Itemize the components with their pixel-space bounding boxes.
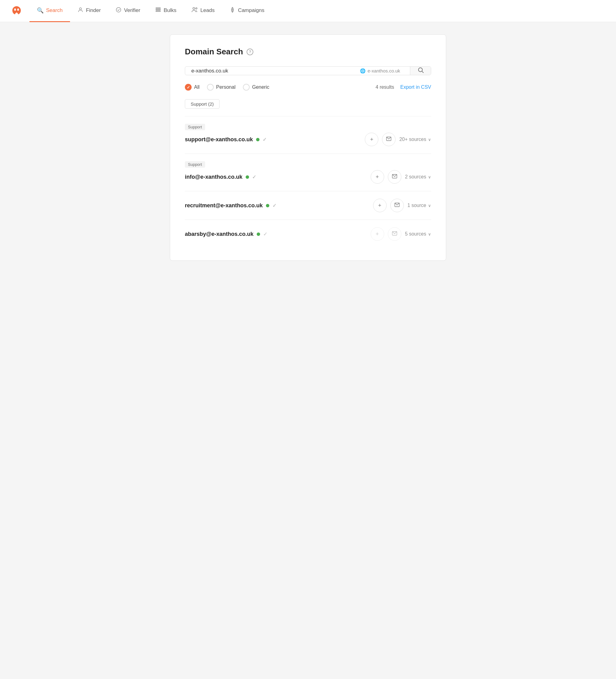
domain-badge: 🌐 e-xanthos.co.uk xyxy=(360,68,404,74)
filters-row: All Personal Generic 4 results Export in… xyxy=(185,84,431,91)
nav-label-finder: Finder xyxy=(86,7,101,13)
add-to-leads-button-3[interactable]: + xyxy=(373,199,387,212)
mail-icon-3 xyxy=(394,202,400,209)
search-bar: 🌐 e-xanthos.co.uk xyxy=(185,66,431,75)
search-nav-icon: 🔍 xyxy=(37,7,43,14)
main-content: Domain Search ? 🌐 e-xanthos.co.uk xyxy=(145,22,471,273)
plus-icon-2: + xyxy=(376,174,379,180)
card-title-row: Domain Search ? xyxy=(185,47,431,57)
email-row-main-4: abarsby@e-xanthos.co.uk ✓ + xyxy=(185,227,431,241)
svg-rect-7 xyxy=(156,11,160,11)
nav-item-bulks[interactable]: Bulks xyxy=(148,0,184,22)
sources-label-4: 5 sources xyxy=(405,231,426,237)
campaigns-icon xyxy=(229,7,235,14)
table-row: Support info@e-xanthos.co.uk ✓ + xyxy=(185,154,431,191)
nav-item-leads[interactable]: Leads xyxy=(184,0,222,22)
send-email-button-2[interactable] xyxy=(388,170,401,184)
svg-point-8 xyxy=(193,7,195,9)
domain-search-card: Domain Search ? 🌐 e-xanthos.co.uk xyxy=(170,34,446,261)
nav-label-leads: Leads xyxy=(200,7,215,13)
nav-item-verifier[interactable]: Verifier xyxy=(108,0,148,22)
nav-item-search[interactable]: 🔍 Search xyxy=(30,0,70,22)
email-actions-4: + 5 sources ∨ xyxy=(370,227,431,241)
help-icon[interactable]: ? xyxy=(247,48,253,55)
bulks-icon xyxy=(155,7,161,14)
email-text-4: abarsby@e-xanthos.co.uk xyxy=(185,231,254,237)
finder-icon xyxy=(77,7,84,14)
plus-icon-1: + xyxy=(370,136,374,143)
svg-rect-6 xyxy=(156,9,160,10)
svg-rect-5 xyxy=(156,8,160,8)
search-button[interactable] xyxy=(410,67,431,75)
nav-item-finder[interactable]: Finder xyxy=(70,0,108,22)
chevron-down-icon-2: ∨ xyxy=(428,175,431,179)
email-category-support-2: Support xyxy=(185,161,205,168)
table-row: abarsby@e-xanthos.co.uk ✓ + xyxy=(185,220,431,248)
search-input-area: 🌐 e-xanthos.co.uk xyxy=(185,67,410,75)
nav-items: 🔍 Search Finder Verifier xyxy=(30,0,272,22)
filter-personal-radio xyxy=(207,84,214,91)
plus-icon-3: + xyxy=(378,202,381,209)
filter-all[interactable]: All xyxy=(185,84,200,91)
search-button-icon xyxy=(417,67,424,75)
filter-all-radio xyxy=(185,84,192,91)
plus-icon-4: + xyxy=(376,231,379,237)
send-email-button-3[interactable] xyxy=(390,199,404,212)
leads-icon xyxy=(191,6,198,15)
domain-search-input[interactable] xyxy=(191,68,360,74)
add-to-leads-button-4[interactable]: + xyxy=(370,227,384,241)
email-address-4: abarsby@e-xanthos.co.uk ✓ xyxy=(185,231,267,237)
email-text-1: support@e-xanthos.co.uk xyxy=(185,136,253,143)
nav-label-search: Search xyxy=(46,7,63,13)
navbar: 🔍 Search Finder Verifier xyxy=(0,0,616,22)
add-to-leads-button-1[interactable]: + xyxy=(365,133,378,146)
email-actions-2: + 2 sources ∨ xyxy=(370,170,431,184)
mail-icon-2 xyxy=(392,173,397,181)
svg-point-2 xyxy=(17,8,19,11)
card-title: Domain Search xyxy=(185,47,243,57)
add-to-leads-button-2[interactable]: + xyxy=(370,170,384,184)
email-actions-3: + 1 source ∨ xyxy=(373,199,431,212)
verified-dot-4 xyxy=(257,232,260,236)
filter-generic[interactable]: Generic xyxy=(243,84,269,91)
sources-label-2: 2 sources xyxy=(405,174,426,180)
verifier-icon xyxy=(116,7,122,14)
mail-icon-1 xyxy=(386,136,391,143)
table-row: recruitment@e-xanthos.co.uk ✓ + xyxy=(185,191,431,220)
filter-personal[interactable]: Personal xyxy=(207,84,235,91)
nav-item-campaigns[interactable]: Campaigns xyxy=(222,0,272,22)
email-row-main-1: support@e-xanthos.co.uk ✓ + xyxy=(185,133,431,146)
sources-2[interactable]: 2 sources ∨ xyxy=(405,174,431,180)
email-text-2: info@e-xanthos.co.uk xyxy=(185,174,242,180)
globe-icon: 🌐 xyxy=(360,68,366,74)
email-row-main-3: recruitment@e-xanthos.co.uk ✓ + xyxy=(185,199,431,212)
category-tag-support[interactable]: Support (2) xyxy=(185,99,220,109)
filter-generic-label: Generic xyxy=(252,85,269,90)
sources-4[interactable]: 5 sources ∨ xyxy=(405,231,431,237)
verified-dot-3 xyxy=(266,204,269,207)
results-count: 4 results xyxy=(376,85,394,90)
send-email-button-4[interactable] xyxy=(388,227,401,241)
nav-label-campaigns: Campaigns xyxy=(238,7,264,13)
check-icon-3: ✓ xyxy=(272,203,277,208)
check-icon-2: ✓ xyxy=(252,174,256,180)
email-row-main-2: info@e-xanthos.co.uk ✓ + xyxy=(185,170,431,184)
sources-label-1: 20+ sources xyxy=(399,137,426,142)
logo[interactable] xyxy=(10,4,27,19)
filter-generic-radio xyxy=(243,84,250,91)
sources-3[interactable]: 1 source ∨ xyxy=(408,203,431,208)
send-email-button-1[interactable] xyxy=(382,133,395,146)
email-address-1: support@e-xanthos.co.uk ✓ xyxy=(185,136,266,143)
email-address-2: info@e-xanthos.co.uk ✓ xyxy=(185,174,256,180)
export-csv-link[interactable]: Export in CSV xyxy=(400,85,431,90)
check-icon-1: ✓ xyxy=(263,137,266,142)
sources-label-3: 1 source xyxy=(408,203,426,208)
svg-point-10 xyxy=(418,68,422,72)
sources-1[interactable]: 20+ sources ∨ xyxy=(399,137,431,142)
svg-point-4 xyxy=(117,7,121,12)
domain-badge-text: e-xanthos.co.uk xyxy=(367,68,400,73)
verified-dot-2 xyxy=(246,175,249,179)
chevron-down-icon-4: ∨ xyxy=(428,232,431,236)
results-info: 4 results Export in CSV xyxy=(376,85,431,90)
nav-label-bulks: Bulks xyxy=(164,7,176,13)
